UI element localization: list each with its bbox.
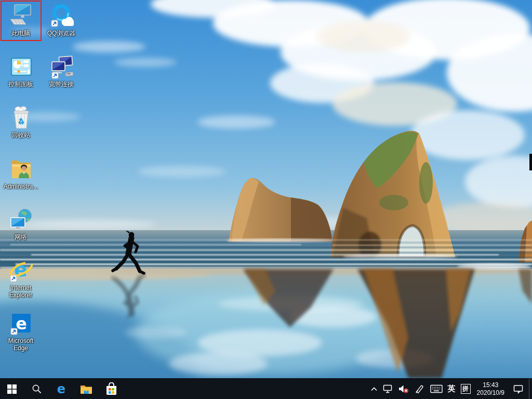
windows-logo-icon xyxy=(7,384,17,394)
desktop-icon-internet-explorer[interactable]: e Internet Explorer xyxy=(1,257,41,299)
broadband-connection-icon xyxy=(42,53,81,79)
pen-icon xyxy=(415,384,425,394)
show-desktop-button[interactable] xyxy=(529,379,532,399)
taskbar-left-group: e xyxy=(0,379,124,399)
action-center-icon xyxy=(513,384,524,394)
shortcut-arrow-badge xyxy=(52,72,58,78)
screen-edge-artifact xyxy=(529,154,532,170)
file-explorer-icon xyxy=(79,382,93,396)
desktop-icon-recycle-bin[interactable]: 回收站 xyxy=(1,104,41,139)
control-panel-icon xyxy=(1,53,41,79)
edge-browser-icon: e xyxy=(55,382,68,396)
ethernet-network-icon xyxy=(383,384,393,394)
desktop-icon-microsoft-edge[interactable]: e Microsoft Edge xyxy=(1,310,41,352)
taskbar: e xyxy=(0,378,532,399)
tray-language-indicator[interactable]: 英 xyxy=(445,379,458,399)
desktop-icon-label: 宽带连接 xyxy=(42,81,81,88)
desktop-icon-label: Microsoft Edge xyxy=(1,337,41,352)
this-pc-icon xyxy=(1,2,41,28)
action-center-button[interactable] xyxy=(508,379,529,399)
clock-time: 15:43 xyxy=(483,381,498,389)
clock-date: 2020/10/9 xyxy=(477,389,504,397)
tray-show-hidden-icons-button[interactable] xyxy=(368,379,380,399)
administrator-folder-icon xyxy=(1,155,41,181)
microsoft-edge-icon: e xyxy=(1,310,41,336)
svg-text:e: e xyxy=(57,382,65,396)
shortcut-arrow-badge xyxy=(11,328,17,335)
tray-touch-keyboard-button[interactable] xyxy=(428,379,445,399)
recycle-bin-icon xyxy=(1,104,41,130)
desktop-icon-control-panel[interactable]: 控制面板 xyxy=(1,53,41,88)
tray-network-button[interactable] xyxy=(380,379,396,399)
shortcut-arrow-badge xyxy=(10,275,17,282)
desktop-icon-label: Internet Explorer xyxy=(1,284,41,299)
desktop-icon-qq-browser[interactable]: QQ浏览器 xyxy=(42,2,81,37)
volume-muted-icon xyxy=(398,384,409,394)
desktop: 此电脑 xyxy=(0,0,532,378)
tray-windows-ink-button[interactable] xyxy=(412,379,428,399)
desktop-icon-network[interactable]: 网络 xyxy=(1,206,41,241)
desktop-icon-label: 此电脑 xyxy=(1,30,41,37)
desktop-icon-label: 网络 xyxy=(1,233,41,241)
system-tray: 英 拼 15:43 2020/10/9 xyxy=(368,379,532,399)
desktop-icon-label: 回收站 xyxy=(1,131,41,139)
internet-explorer-icon: e xyxy=(1,257,41,283)
desktop-icon-label: Administra... xyxy=(1,183,41,190)
taskbar-file-explorer-button[interactable] xyxy=(74,379,99,399)
tray-clock[interactable]: 15:43 2020/10/9 xyxy=(473,379,508,399)
chevron-up-icon xyxy=(370,386,378,392)
desktop-icon-administrator-folder[interactable]: Administra... xyxy=(1,155,41,190)
desktop-icon-this-pc[interactable]: 此电脑 xyxy=(1,2,41,37)
start-button[interactable] xyxy=(0,379,24,399)
desktop-icon-broadband-connection[interactable]: 宽带连接 xyxy=(42,53,81,88)
qq-browser-icon xyxy=(42,2,81,28)
shortcut-arrow-badge xyxy=(51,20,58,26)
keyboard-icon xyxy=(430,384,443,393)
desktop-icon-label: QQ浏览器 xyxy=(42,30,81,37)
search-icon xyxy=(32,384,42,394)
taskbar-edge-button[interactable]: e xyxy=(49,379,74,399)
search-button[interactable] xyxy=(24,379,49,399)
tray-ime-mode-indicator[interactable]: 拼 xyxy=(461,384,471,394)
windows-desktop-screen: 此电脑 xyxy=(0,0,532,399)
desktop-icon-label: 控制面板 xyxy=(1,81,41,88)
microsoft-store-icon xyxy=(105,382,118,396)
taskbar-store-button[interactable] xyxy=(99,379,124,399)
tray-volume-muted-button[interactable] xyxy=(396,379,412,399)
network-icon xyxy=(1,206,41,232)
